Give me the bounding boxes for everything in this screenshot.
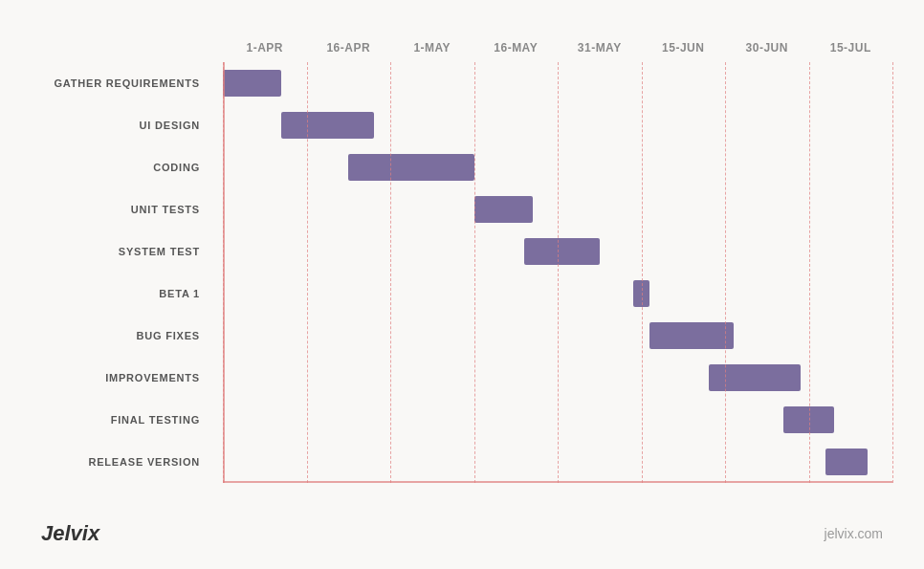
date-col-1: 16-APR — [307, 41, 391, 55]
task-bar-4 — [524, 238, 600, 265]
vline-3 — [474, 62, 475, 483]
chart-container: 1-APR16-APR1-MAY16-MAY31-MAY15-JUN30-JUN… — [12, 12, 912, 558]
task-label-9: RELEASE VERSION — [32, 456, 213, 468]
date-col-3: 16-MAY — [474, 41, 559, 55]
gantt-rows: GATHER REQUIREMENTSUI DESIGNCODINGUNIT T… — [223, 62, 892, 483]
task-bar-9 — [825, 449, 868, 475]
date-header: 1-APR16-APR1-MAY16-MAY31-MAY15-JUN30-JUN… — [223, 41, 892, 55]
vline-6 — [725, 62, 726, 483]
website-url: jelvix.com — [825, 526, 883, 541]
date-col-5: 15-JUN — [642, 41, 726, 55]
task-label-4: SYSTEM TEST — [32, 246, 213, 257]
task-bar-1 — [281, 112, 373, 139]
task-bar-7 — [709, 364, 801, 391]
task-label-3: UNIT TESTS — [32, 204, 213, 215]
task-label-0: GATHER REQUIREMENTS — [32, 77, 213, 89]
task-label-8: FINAL TESTING — [32, 414, 213, 426]
vline-5 — [642, 62, 643, 483]
vline-2 — [390, 62, 391, 483]
task-label-7: IMPROVEMENTS — [32, 372, 213, 383]
vline-1 — [307, 62, 308, 483]
date-col-7: 15-JUL — [809, 41, 893, 55]
task-label-1: UI DESIGN — [32, 120, 213, 131]
task-bar-2 — [348, 154, 473, 181]
date-col-0: 1-APR — [223, 41, 307, 55]
task-bar-3 — [474, 196, 533, 223]
footer: Jelvix jelvix.com — [41, 521, 883, 546]
task-label-2: CODING — [32, 162, 213, 173]
task-label-5: BETA 1 — [32, 288, 213, 299]
vline-7 — [809, 62, 810, 483]
task-bar-0 — [223, 70, 281, 97]
brand-logo: Jelvix — [41, 521, 99, 546]
gantt-body: GATHER REQUIREMENTSUI DESIGNCODINGUNIT T… — [223, 62, 892, 483]
date-col-2: 1-MAY — [390, 41, 474, 55]
vline-final — [892, 62, 893, 483]
vline-0 — [223, 62, 224, 483]
date-col-6: 30-JUN — [725, 41, 809, 55]
task-label-6: BUG FIXES — [32, 330, 213, 341]
vline-4 — [558, 62, 559, 483]
gantt-chart: 1-APR16-APR1-MAY16-MAY31-MAY15-JUN30-JUN… — [32, 41, 892, 510]
date-col-4: 31-MAY — [558, 41, 642, 55]
task-bar-6 — [649, 322, 734, 349]
